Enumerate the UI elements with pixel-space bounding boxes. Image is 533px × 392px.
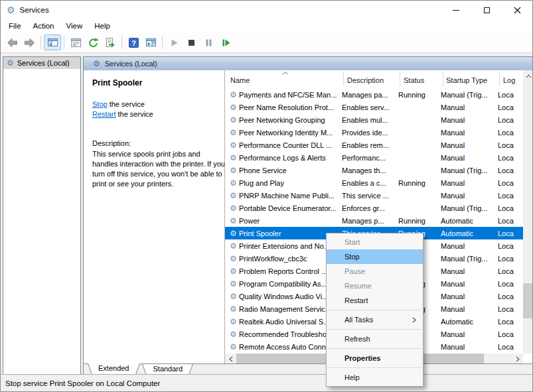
show-action-pane-button[interactable] [142, 34, 159, 50]
service-row[interactable]: ⚙Peer Networking Identity M...Provides i… [225, 126, 523, 139]
service-startup-type-cell: Manual [441, 293, 498, 300]
services-app-icon: ⚙ [7, 5, 15, 15]
close-icon [514, 7, 521, 14]
maximize-button[interactable] [471, 1, 502, 19]
column-header-status[interactable]: Status [404, 76, 424, 84]
service-row[interactable]: ⚙Performance Logs & AlertsPerformanc...M… [225, 151, 523, 164]
column-divider[interactable] [499, 72, 500, 86]
service-row[interactable]: ⚙Phone ServiceManages th...Manual (Trig.… [225, 164, 523, 176]
context-menu-item-restart[interactable]: Restart [327, 293, 423, 308]
context-menu-item-pause[interactable]: Pause [327, 264, 423, 279]
chevron-up-icon [526, 74, 532, 78]
service-gear-icon: ⚙ [230, 318, 239, 326]
menu-file[interactable]: File [3, 21, 27, 31]
context-menu: StartStopPauseResumeRestartAll TasksRefr… [326, 233, 423, 387]
context-menu-item-refresh[interactable]: Refresh [327, 332, 423, 346]
column-divider[interactable] [443, 72, 443, 86]
service-startup-type-cell: Automatic [441, 318, 498, 326]
service-name-cell: ⚙Phone Service [225, 166, 342, 174]
menu-view[interactable]: View [60, 21, 89, 31]
service-name-cell: ⚙Plug and Play [225, 179, 342, 187]
service-name-cell: ⚙Portable Device Enumerator... [225, 204, 342, 212]
service-row[interactable]: ⚙PowerManages p...RunningAutomaticLoca [225, 214, 523, 227]
service-description-cell: This service ... [342, 192, 398, 200]
vertical-scrollbar[interactable] [523, 70, 533, 354]
service-row[interactable]: ⚙Peer Name Resolution Prot...Enables ser… [225, 101, 523, 113]
column-header-name[interactable]: Name [230, 76, 250, 84]
stop-service-button[interactable] [183, 34, 200, 50]
start-service-button[interactable] [165, 34, 183, 50]
menu-help[interactable]: Help [88, 21, 116, 31]
context-menu-item-stop[interactable]: Stop [327, 249, 423, 264]
back-button[interactable] [3, 34, 21, 50]
service-description-cell: Enforces gr... [342, 204, 398, 212]
pause-service-button[interactable] [200, 34, 217, 50]
column-header-log-on-as[interactable]: Log [503, 76, 515, 84]
service-row[interactable]: ⚙Payments and NFC/SE Man...Manages pa...… [225, 88, 523, 101]
context-menu-item-help[interactable]: Help [327, 370, 423, 385]
service-name-cell: ⚙Program Compatibility As... [225, 280, 342, 288]
service-gear-icon: ⚙ [230, 305, 239, 313]
service-startup-type-cell: Manual [441, 103, 498, 111]
service-description-cell: Provides ide... [342, 129, 398, 137]
column-header-startup-type[interactable]: Startup Type [446, 76, 487, 84]
restart-service-suffix: the service [115, 110, 153, 118]
toolbar-separator [64, 36, 64, 49]
close-button[interactable] [502, 1, 532, 19]
service-name-cell: ⚙Print Spooler [225, 229, 342, 237]
column-divider[interactable] [343, 72, 344, 86]
service-row[interactable]: ⚙Portable Device Enumerator...Enforces g… [225, 202, 523, 214]
tab-extended[interactable]: Extended [88, 363, 139, 375]
restart-service-icon [220, 37, 232, 48]
service-startup-type-cell: Automatic [441, 229, 498, 237]
column-header-description[interactable]: Description [347, 76, 384, 84]
service-row[interactable]: ⚙Peer Networking GroupingEnables mul...M… [225, 113, 523, 126]
extended-task-pane: Print Spooler Stop the service Restart t… [84, 70, 224, 365]
column-divider[interactable] [400, 72, 400, 86]
service-gear-icon: ⚙ [230, 267, 239, 275]
sort-ascending-icon [282, 71, 289, 76]
service-startup-type-cell: Manual [441, 179, 498, 187]
service-logon-cell: Loca [498, 305, 518, 313]
service-status-cell: Running [398, 179, 441, 187]
service-description-cell: Enables rem... [342, 141, 398, 149]
service-logon-cell: Loca [498, 129, 518, 137]
service-name-cell: ⚙PrintWorkflow_cbc3c [225, 255, 342, 263]
restart-service-link[interactable]: Restart [92, 110, 115, 118]
export-list-button[interactable] [102, 34, 119, 50]
status-text: Stop service Print Spooler on Local Comp… [5, 379, 160, 387]
svg-text:?: ? [131, 38, 136, 46]
minimize-button[interactable] [441, 1, 471, 19]
restart-service-button[interactable] [217, 34, 234, 50]
service-gear-icon: ⚙ [230, 91, 239, 99]
help-button[interactable]: ? [125, 34, 142, 50]
service-logon-cell: Loca [498, 103, 518, 111]
show-console-tree-button[interactable] [44, 34, 61, 50]
scroll-up-button[interactable] [523, 70, 533, 82]
minimize-icon [453, 10, 459, 11]
context-menu-item-start[interactable]: Start [327, 235, 423, 249]
results-header-bar: ⚙ Services (Local) [84, 57, 533, 70]
tab-standard[interactable]: Standard [142, 364, 193, 375]
service-row[interactable]: ⚙PNRP Machine Name Publi...This service … [225, 189, 523, 202]
service-row[interactable]: ⚙Performance Counter DLL ...Enables rem.… [225, 139, 523, 151]
service-gear-icon: ⚙ [230, 242, 239, 250]
context-menu-item-all-tasks[interactable]: All Tasks [327, 312, 423, 327]
service-gear-icon: ⚙ [230, 293, 239, 300]
tree-item-services-local[interactable]: ⚙ Services (Local) [3, 57, 80, 69]
properties-button[interactable] [67, 34, 84, 50]
service-name-cell: ⚙Performance Logs & Alerts [225, 154, 342, 162]
service-gear-icon: ⚙ [230, 255, 239, 263]
toolbar-separator [40, 36, 41, 49]
context-menu-item-properties[interactable]: Properties [327, 351, 423, 365]
forward-button[interactable] [21, 34, 38, 50]
service-row[interactable]: ⚙Plug and PlayEnables a c...RunningManua… [225, 176, 523, 189]
stop-service-link[interactable]: Stop [92, 100, 108, 108]
service-gear-icon: ⚙ [230, 229, 239, 237]
refresh-button[interactable] [84, 34, 102, 50]
menu-action[interactable]: Action [27, 21, 60, 31]
context-menu-item-resume[interactable]: Resume [327, 279, 423, 293]
service-gear-icon: ⚙ [230, 154, 239, 162]
titlebar: ⚙ Services [1, 1, 532, 19]
vertical-scrollbar-thumb[interactable] [523, 283, 533, 318]
